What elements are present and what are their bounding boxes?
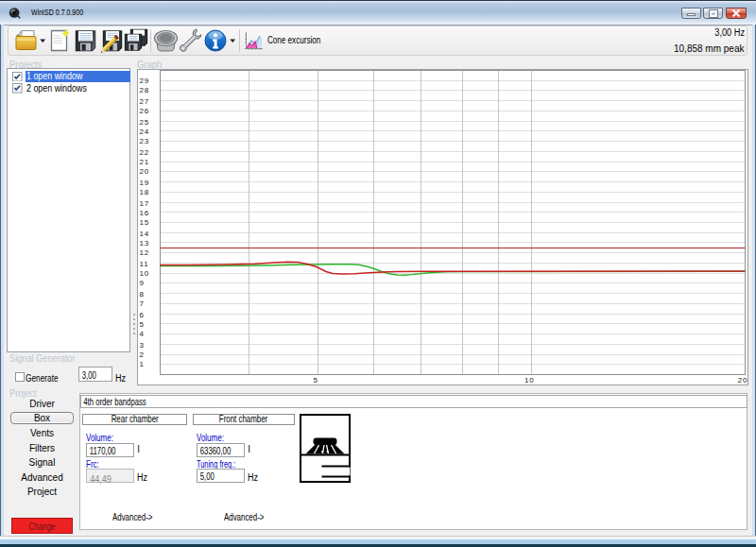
- svg-text:20: 20: [140, 167, 150, 176]
- svg-text:21: 21: [140, 158, 150, 166]
- svg-text:23: 23: [140, 137, 150, 145]
- svg-text:17: 17: [140, 199, 150, 208]
- svg-text:25: 25: [140, 118, 150, 127]
- svg-text:18: 18: [140, 188, 150, 197]
- svg-text:10: 10: [140, 269, 150, 278]
- svg-text:7: 7: [140, 299, 145, 308]
- svg-text:26: 26: [140, 107, 150, 115]
- svg-text:12: 12: [140, 248, 150, 257]
- svg-text:11: 11: [140, 260, 149, 268]
- svg-text:15: 15: [140, 218, 150, 227]
- svg-text:1: 1: [140, 360, 145, 368]
- svg-text:29: 29: [140, 77, 150, 85]
- svg-text:28: 28: [140, 86, 150, 94]
- svg-text:5: 5: [314, 376, 318, 385]
- svg-text:10: 10: [524, 376, 535, 385]
- svg-text:22: 22: [140, 148, 150, 157]
- svg-text:3: 3: [140, 341, 145, 350]
- svg-text:14: 14: [140, 230, 150, 238]
- svg-text:9: 9: [140, 279, 145, 287]
- svg-text:13: 13: [140, 239, 150, 248]
- svg-text:20: 20: [738, 376, 748, 385]
- svg-text:6: 6: [140, 311, 145, 319]
- svg-text:8: 8: [140, 290, 145, 299]
- svg-text:5: 5: [140, 320, 145, 329]
- svg-text:2: 2: [140, 350, 145, 359]
- svg-text:24: 24: [140, 128, 150, 136]
- svg-text:4: 4: [140, 330, 145, 338]
- svg-text:16: 16: [140, 209, 150, 217]
- svg-text:19: 19: [140, 179, 150, 187]
- svg-text:27: 27: [140, 97, 150, 106]
